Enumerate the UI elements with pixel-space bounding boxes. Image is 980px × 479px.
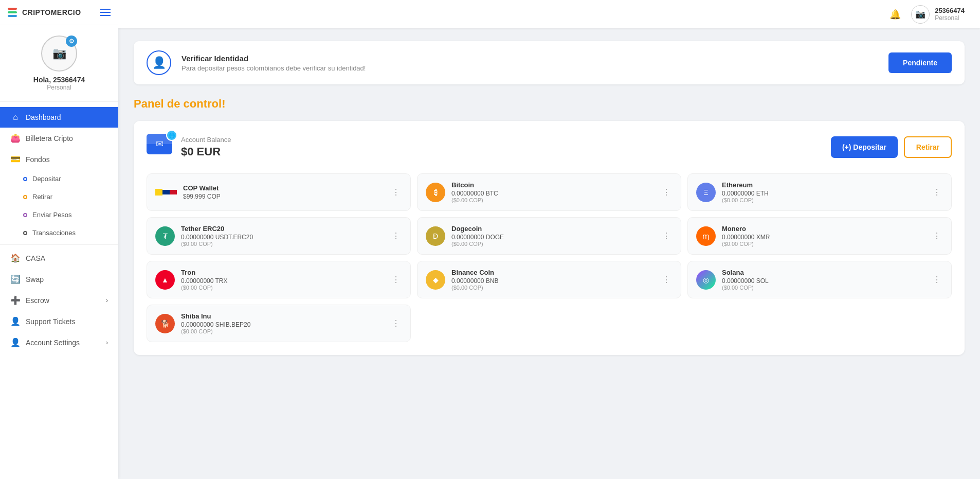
wallet-coin-name: Monero xyxy=(722,225,924,233)
sidebar-item-retirar[interactable]: Retirar xyxy=(0,188,118,206)
wallet-coin-name: Bitcoin xyxy=(451,181,654,189)
wallet-coin-amount: 0.00000000 BTC xyxy=(451,190,654,197)
wallet-coin-name: Shiba Inu xyxy=(181,312,384,320)
sidebar-item-label: Depositar xyxy=(32,175,108,183)
wallet-coin-name: Dogecoin xyxy=(451,225,654,233)
logo-icon xyxy=(8,8,17,17)
wallet-coin-amount: 0.00000000 XMR xyxy=(722,234,924,241)
sidebar-item-swap[interactable]: 🔄 Swap xyxy=(0,269,118,290)
wallet-menu-button[interactable]: ⋮ xyxy=(660,229,673,243)
home-icon: ⌂ xyxy=(10,113,21,122)
topbar-user: 📷 25366474 Personal xyxy=(911,5,965,24)
sidebar-item-dashboard[interactable]: ⌂ Dashboard xyxy=(0,107,118,128)
wallet-menu-button[interactable]: ⋮ xyxy=(931,273,943,287)
sidebar-item-account-settings[interactable]: 👤 Account Settings › xyxy=(0,332,118,353)
casa-icon: 🏠 xyxy=(10,253,21,263)
bell-icon[interactable]: 🔔 xyxy=(890,9,901,20)
wallet-coin-info: Solana 0.00000000 SOL ($0.00 COP) xyxy=(722,269,924,291)
camera-icon: 📷 xyxy=(915,9,925,19)
settings-icon: 👤 xyxy=(10,338,21,347)
trx-icon: ▲ xyxy=(155,270,175,290)
user-greeting: Hola, 25366474 xyxy=(33,76,85,84)
wallet-coin-amount: 0.00000000 SOL xyxy=(722,277,924,285)
sidebar-item-transacciones[interactable]: Transacciones xyxy=(0,224,118,242)
wallet-coin-name: Tether ERC20 xyxy=(181,225,384,233)
wallet-coin-info: Bitcoin 0.00000000 BTC ($0.00 COP) xyxy=(451,181,654,203)
nav-separator xyxy=(0,244,118,245)
xmr-icon: ɱ xyxy=(696,226,716,246)
sidebar-item-label: Account Settings xyxy=(26,339,101,347)
sidebar-item-casa[interactable]: 🏠 CASA xyxy=(0,247,118,269)
topbar-info: 25366474 Personal xyxy=(935,7,965,22)
topbar-avatar[interactable]: 📷 xyxy=(911,5,930,24)
wallet-coin-cop: ($0.00 COP) xyxy=(722,197,924,203)
wallet-menu-button[interactable]: ⋮ xyxy=(390,316,402,330)
wallet-menu-button[interactable]: ⋮ xyxy=(390,185,402,199)
wallet-coin-name: Ethereum xyxy=(722,181,924,189)
wallet-menu-button[interactable]: ⋮ xyxy=(931,229,943,243)
balance-icon-wrap: ✉ 🌐 xyxy=(147,134,173,161)
bnb-icon: ◆ xyxy=(426,270,445,290)
sidebar-item-label: Fondos xyxy=(26,155,108,164)
hamburger-menu[interactable] xyxy=(100,9,111,16)
balance-section: ✉ 🌐 Account Balance $0 EUR (+) Depositar… xyxy=(147,134,952,161)
wallet-coin-info: Tron 0.00000000 TRX ($0.00 COP) xyxy=(181,269,384,291)
wallet-coin-amount: 0.00000000 USDT.ERC20 xyxy=(181,234,384,241)
wallet-card-trx: ▲ Tron 0.00000000 TRX ($0.00 COP) ⋮ xyxy=(147,261,411,298)
pending-button[interactable]: Pendiente xyxy=(888,52,952,73)
sidebar-item-fondos[interactable]: 💳 Fondos xyxy=(0,149,118,170)
balance-info: Account Balance $0 EUR xyxy=(181,136,823,158)
wallet-grid: COP Wallet $99.999 COP ⋮ ₿ Bitcoin 0.000… xyxy=(147,173,952,342)
sidebar-item-label: Support Tickets xyxy=(26,317,108,326)
deposit-button[interactable]: (+) Depositar xyxy=(831,136,898,158)
usdt-icon: ₮ xyxy=(155,226,175,246)
enviar-dot xyxy=(23,213,27,217)
wallet-card-btc: ₿ Bitcoin 0.00000000 BTC ($0.00 COP) ⋮ xyxy=(417,173,681,211)
wallet-card-bnb: ◆ Binance Coin 0.00000000 BNB ($0.00 COP… xyxy=(417,261,681,298)
globe-icon: 🌐 xyxy=(166,130,177,141)
topbar-role: Personal xyxy=(935,14,965,22)
wallet-coin-info: Dogecoin 0.00000000 DOGE ($0.00 COP) xyxy=(451,225,654,247)
wallet-coin-amount: 0.00000000 ETH xyxy=(722,190,924,197)
sidebar-item-label: Dashboard xyxy=(26,113,108,121)
wallet-coin-cop: ($0.00 COP) xyxy=(181,241,384,247)
swap-icon: 🔄 xyxy=(10,274,21,284)
sidebar-item-enviar[interactable]: Enviar Pesos xyxy=(0,206,118,224)
wallet-card-sol: ◎ Solana 0.00000000 SOL ($0.00 COP) ⋮ xyxy=(687,261,952,298)
camera-icon: 📷 xyxy=(52,47,66,60)
wallet-card-shib: 🐕 Shiba Inu 0.00000000 SHIB.BEP20 ($0.00… xyxy=(147,305,411,342)
sidebar-item-depositar[interactable]: Depositar xyxy=(0,170,118,188)
gear-icon[interactable]: ⚙ xyxy=(66,36,77,47)
sidebar-item-label: Transacciones xyxy=(32,229,108,237)
sidebar-item-label: Swap xyxy=(26,275,108,283)
wallet-coin-amount: 0.00000000 TRX xyxy=(181,277,384,285)
wallet-coin-info: Ethereum 0.00000000 ETH ($0.00 COP) xyxy=(722,181,924,203)
wallet-menu-button[interactable]: ⋮ xyxy=(660,185,673,199)
wallet-coin-cop: ($0.00 COP) xyxy=(451,241,654,247)
btc-icon: ₿ xyxy=(426,183,445,202)
wallet-coin-name: Binance Coin xyxy=(451,269,654,276)
wallet-menu-button[interactable]: ⋮ xyxy=(931,185,943,199)
doge-icon: Ð xyxy=(426,226,445,246)
wallet-coin-amount: $99.999 COP xyxy=(183,193,384,200)
sidebar-item-label: CASA xyxy=(26,254,108,262)
wallet-coin-info: COP Wallet $99.999 COP xyxy=(183,184,384,200)
sidebar-item-billetera[interactable]: 👛 Billetera Cripto xyxy=(0,128,118,149)
withdraw-button[interactable]: Retirar xyxy=(904,136,952,158)
cop-flag-icon xyxy=(155,184,177,201)
wallet-menu-button[interactable]: ⋮ xyxy=(390,273,402,287)
wallet-coin-info: Monero 0.00000000 XMR ($0.00 COP) xyxy=(722,225,924,247)
shib-icon: 🐕 xyxy=(155,314,175,333)
wallet-menu-button[interactable]: ⋮ xyxy=(390,229,402,243)
sidebar-item-escrow[interactable]: ➕ Escrow › xyxy=(0,290,118,311)
verify-icon-wrap: 👤 xyxy=(147,50,171,75)
wallet-menu-button[interactable]: ⋮ xyxy=(660,273,673,287)
chevron-right-icon: › xyxy=(106,339,108,346)
sol-icon: ◎ xyxy=(696,270,716,290)
balance-label: Account Balance xyxy=(181,136,823,144)
sidebar-item-label: Retirar xyxy=(32,193,108,201)
trans-dot xyxy=(23,231,27,235)
verify-banner: 👤 Verificar Identidad Para depositar pes… xyxy=(134,41,965,84)
sidebar-item-support[interactable]: 👤 Support Tickets xyxy=(0,311,118,332)
nav-menu: ⌂ Dashboard 👛 Billetera Cripto 💳 Fondos … xyxy=(0,102,118,479)
